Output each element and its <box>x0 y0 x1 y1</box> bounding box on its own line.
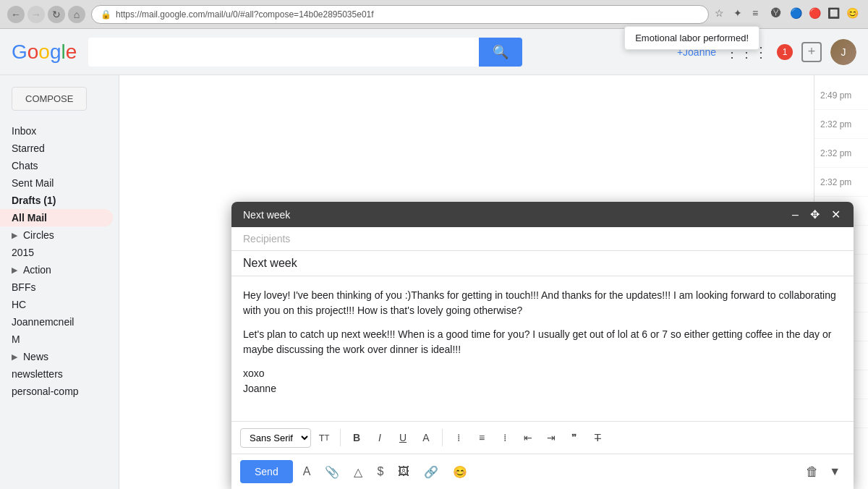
home-button[interactable]: ⌂ <box>68 6 85 23</box>
sidebar-label-bffs: BFFs <box>12 281 35 293</box>
more-options-button[interactable]: ▼ <box>825 462 845 482</box>
sidebar-item-hc[interactable]: HC <box>0 296 113 313</box>
sidebar-item-joannemcneil[interactable]: Joannemcneil <box>0 313 113 331</box>
sidebar-item-m[interactable]: M <box>0 331 113 348</box>
sidebar-item-action[interactable]: ▶ Action <box>0 261 113 278</box>
sidebar-item-circles[interactable]: ▶ Circles <box>0 226 113 244</box>
sidebar-label-joannemcneil: Joannemcneil <box>12 316 74 328</box>
underline-button[interactable]: U <box>393 428 413 448</box>
browser-icons: ☆ ✦ ≡ 🅨 🔵 🔴 🔲 😊 <box>715 7 861 22</box>
sidebar-item-inbox[interactable]: Inbox <box>0 122 113 140</box>
sidebar-item-newsletters[interactable]: newsletters <box>0 365 113 383</box>
avatar[interactable]: J <box>830 39 856 65</box>
google-logo: Google <box>12 41 77 64</box>
nav-buttons: ← → ↻ ⌂ <box>7 6 85 23</box>
attach-file-button[interactable]: 📎 <box>320 462 344 482</box>
ext-icon-2: 🔵 <box>790 7 804 22</box>
recipients-placeholder: Recipients <box>243 233 290 244</box>
align-button[interactable]: ⁞ <box>448 428 469 448</box>
circles-arrow-icon: ▶ <box>12 231 17 240</box>
sidebar-label-sent: Sent Mail <box>12 177 54 189</box>
sidebar-item-news[interactable]: ▶ News <box>0 348 113 365</box>
sidebar-label-personal: personal-comp <box>12 386 79 397</box>
sidebar-item-drafts[interactable]: Drafts (1) <box>0 192 113 209</box>
compose-window-title: Next week <box>243 209 791 221</box>
text-size-button[interactable]: TT <box>314 428 334 448</box>
search-container: 🔍 <box>88 38 522 67</box>
insert-money-button[interactable]: $ <box>373 462 388 481</box>
email-list-placeholder <box>119 75 814 98</box>
insert-emoji-button[interactable]: 😊 <box>448 462 472 482</box>
back-button[interactable]: ← <box>7 6 25 23</box>
ssl-icon: 🔒 <box>101 9 111 20</box>
compose-body-p1: Hey lovey! I've been thinking of you :)T… <box>243 288 842 318</box>
sidebar-item-starred[interactable]: Starred <box>0 140 113 157</box>
insert-photo-button[interactable]: 🖼 <box>393 462 414 481</box>
quote-button[interactable]: ❞ <box>564 428 584 448</box>
minimize-button[interactable]: – <box>791 208 800 221</box>
numbered-list-button[interactable]: ≡ <box>472 428 492 448</box>
timestamp-row: 2:32 pm <box>814 168 868 197</box>
compose-body[interactable]: Hey lovey! I've been thinking of you :)T… <box>231 276 854 421</box>
compose-window: Next week – ✥ ✕ Recipients Next week Hey… <box>231 202 854 489</box>
compose-toolbar: Sans Serif TT B I U A ⁞ ≡ ⁞ ⇤ ⇥ ❞ T̶ <box>231 421 854 454</box>
sidebar-item-sent[interactable]: Sent Mail <box>0 174 113 192</box>
news-arrow-icon: ▶ <box>12 352 17 362</box>
compose-subject-field[interactable]: Next week <box>231 251 854 276</box>
compose-button[interactable]: COMPOSE <box>12 87 87 111</box>
font-family-select[interactable]: Sans Serif <box>240 428 311 448</box>
sidebar-item-allmail[interactable]: All Mail <box>0 209 113 226</box>
sidebar-item-chats[interactable]: Chats <box>0 157 113 174</box>
sidebar-item-bffs[interactable]: BFFs <box>0 278 113 296</box>
bullet-list-button[interactable]: ⁞ <box>495 428 515 448</box>
search-input[interactable] <box>88 38 479 67</box>
notification-badge[interactable]: 1 <box>777 44 793 60</box>
address-bar[interactable]: 🔒 https://mail.google.com/mail/u/0/#all?… <box>91 5 709 24</box>
compose-header[interactable]: Next week – ✥ ✕ <box>231 202 854 227</box>
reload-button[interactable]: ↻ <box>48 6 65 23</box>
compose-to-field[interactable]: Recipients <box>231 227 854 251</box>
sidebar-item-personal[interactable]: personal-comp <box>0 383 113 400</box>
search-button[interactable]: 🔍 <box>479 38 522 67</box>
tooltip: Emotional labor performed! <box>624 26 760 50</box>
sidebar-label-newsletters: newsletters <box>12 368 63 380</box>
tooltip-text: Emotional labor performed! <box>635 33 749 43</box>
bookmark-icon[interactable]: ☆ <box>715 7 729 22</box>
decrease-indent-button[interactable]: ⇤ <box>518 428 538 448</box>
compose-actions-right: 🗑 ▼ <box>803 462 845 482</box>
forward-button[interactable]: → <box>27 6 45 23</box>
clear-format-button[interactable]: T̶ <box>587 428 608 448</box>
browser-chrome: ← → ↻ ⌂ 🔒 https://mail.google.com/mail/u… <box>0 0 868 29</box>
toolbar-separator-2 <box>442 429 443 446</box>
close-compose-button[interactable]: ✕ <box>830 208 842 221</box>
expand-button[interactable]: ✥ <box>809 208 821 221</box>
increase-indent-button[interactable]: ⇥ <box>541 428 561 448</box>
sidebar-label-circles: Circles <box>23 229 54 241</box>
star-icon[interactable]: ✦ <box>733 7 748 22</box>
italic-button[interactable]: I <box>370 428 390 448</box>
ext-icon-4: 🔲 <box>827 7 842 22</box>
delete-compose-button[interactable]: 🗑 <box>803 462 822 482</box>
send-button[interactable]: Send <box>240 460 293 483</box>
sidebar-label-chats: Chats <box>12 160 38 171</box>
sidebar: COMPOSE Inbox Starred Chats Sent Mail Dr… <box>0 75 119 489</box>
google-drive-button[interactable]: △ <box>349 462 367 482</box>
insert-link-button[interactable]: 🔗 <box>420 462 443 482</box>
sidebar-label-action: Action <box>23 264 51 276</box>
url-text: https://mail.google.com/mail/u/0/#all?co… <box>116 9 374 20</box>
smiley-icon: 😊 <box>846 7 861 22</box>
text-color-button[interactable]: A <box>416 428 436 448</box>
sidebar-label-drafts: Drafts (1) <box>12 195 56 206</box>
ext-icon-1: 🅨 <box>771 7 786 22</box>
sidebar-label-m: M <box>12 333 20 345</box>
bold-button[interactable]: B <box>346 428 367 448</box>
compose-body-p3: xoxoJoanne <box>243 366 842 396</box>
plus-button[interactable]: + <box>801 42 822 62</box>
sidebar-label-starred: Starred <box>12 143 45 154</box>
sidebar-item-2015[interactable]: 2015 <box>0 244 113 261</box>
format-text-button[interactable]: A <box>299 462 315 481</box>
sidebar-label-news: News <box>23 351 48 362</box>
timestamp-row: 2:32 pm <box>814 139 868 168</box>
menu-icon[interactable]: ≡ <box>752 7 767 22</box>
ext-icon-3: 🔴 <box>809 7 823 22</box>
